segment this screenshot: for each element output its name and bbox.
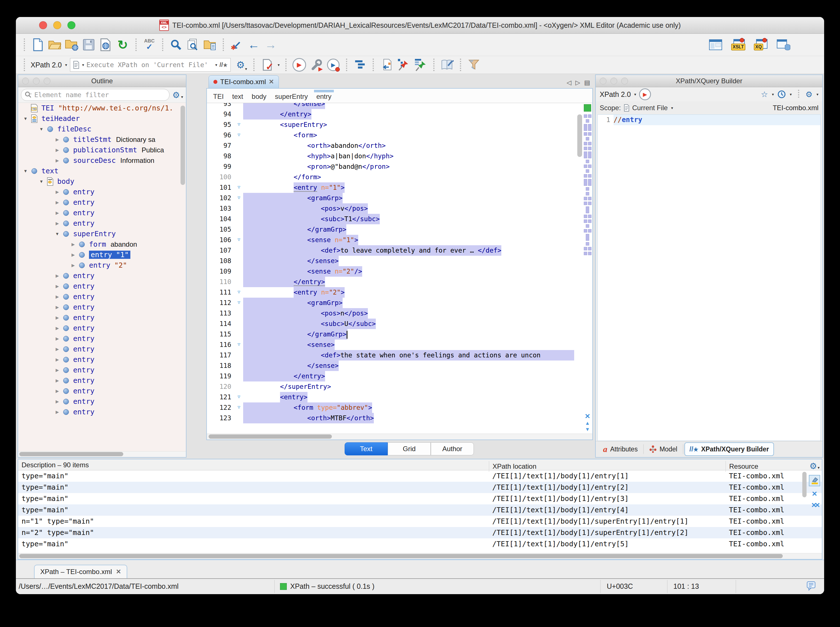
history-clock-icon[interactable] <box>777 90 786 99</box>
results-settings-gear-icon[interactable]: ⚙ <box>809 461 817 471</box>
xpath-version-dropdown[interactable]: XPath 2.0 <box>31 61 62 69</box>
expand-arrow-icon[interactable]: ▶ <box>52 189 62 195</box>
outline-tree-item[interactable]: ▶entry <box>18 218 186 228</box>
scroll-tabs-right-icon[interactable]: ▷ <box>575 79 580 87</box>
result-row[interactable]: type="main"/TEI[1]/text[1]/body[1]/entry… <box>18 538 822 550</box>
close-tab-icon[interactable]: ✕ <box>116 568 121 575</box>
expand-arrow-icon[interactable]: ▶ <box>52 284 62 289</box>
scroll-tabs-left-icon[interactable]: ◁ <box>567 79 572 87</box>
selected-tree-item[interactable]: entry"1" <box>89 250 130 259</box>
toggle-highlight-button[interactable] <box>809 475 820 486</box>
outline-tree-item[interactable]: ▶titleStmtDictionary sa <box>18 134 186 145</box>
outline-tree-item[interactable]: ▶entry <box>18 312 186 323</box>
xpath-settings-button[interactable]: ⚙▾ <box>234 57 248 72</box>
save-button[interactable] <box>82 37 96 52</box>
outline-tree-item[interactable]: ▶entry <box>18 333 186 344</box>
results-vertical-scrollbar[interactable] <box>802 472 807 497</box>
outline-tree-item[interactable]: ▼superEntry <box>18 228 186 239</box>
expand-arrow-icon[interactable]: ▶ <box>52 410 62 414</box>
expand-arrow-icon[interactable]: ▶ <box>52 305 62 310</box>
dropdown-arrow-icon[interactable]: ▾ <box>82 63 84 67</box>
save-to-url-button[interactable] <box>99 37 113 52</box>
outline-vertical-scrollbar[interactable] <box>180 106 185 185</box>
debug-xslt-button[interactable]: XSLT <box>731 37 745 52</box>
close-tab-icon[interactable]: ✕ <box>268 78 274 85</box>
expand-arrow-icon[interactable]: ▶ <box>52 294 62 299</box>
reload-button[interactable]: ↻ <box>115 37 130 52</box>
search-button[interactable] <box>169 37 183 52</box>
code-line[interactable]: 101▽<entry n="1"> <box>207 183 574 193</box>
remove-highlight-icon[interactable]: ✕ <box>812 490 817 498</box>
expand-arrow-icon[interactable]: ▶ <box>52 200 62 205</box>
database-perspective-button[interactable] <box>777 37 791 52</box>
expand-arrow-icon[interactable]: ▶ <box>52 399 62 404</box>
outline-tree-item[interactable]: ▶entry"1" <box>18 249 186 260</box>
breadcrumb-item-text[interactable]: text <box>232 91 243 101</box>
expand-arrow-icon[interactable]: ▶ <box>52 210 62 216</box>
collapse-arrow-icon[interactable]: ▼ <box>36 127 46 131</box>
outline-tree-item[interactable]: ▶entry"2" <box>18 260 186 271</box>
code-line[interactable]: 98<hyph>a|ban|don</hyph> <box>207 151 574 161</box>
open-referenced-document-button[interactable] <box>379 57 394 72</box>
panel-tab-xpath-xquery-builder[interactable]: //★XPath/XQuery Builder <box>684 443 774 456</box>
xpath-expression-combo[interactable]: ▾ Execute XPath on 'Current File' ▾ //★ <box>70 58 231 72</box>
outline-tree-item[interactable]: ▶entry <box>18 208 186 218</box>
code-line[interactable]: 115</gramGrp> <box>207 329 574 340</box>
code-line[interactable]: 112▽<gramGrp> <box>207 298 574 308</box>
builder-settings-gear-icon[interactable]: ⚙ <box>805 90 813 99</box>
outline-tree-item[interactable]: ▼text <box>18 166 186 176</box>
outline-tree-item[interactable]: TEITEI"http://www.tei-c.org/ns/1. <box>18 103 186 113</box>
element-name-filter-input[interactable]: Element name filter <box>21 89 169 101</box>
dropdown-arrow-icon[interactable]: ▾ <box>65 63 67 67</box>
outline-tree-item[interactable]: ▶entry <box>18 197 186 208</box>
back-button[interactable]: ← <box>246 37 261 52</box>
fold-toggle-icon[interactable]: ▽ <box>235 120 243 130</box>
outline-tree-item[interactable]: ▶entry <box>18 323 186 333</box>
code-line[interactable]: 97<orth>abandon</orth> <box>207 140 574 151</box>
panel-tab-model[interactable]: Model <box>645 443 682 455</box>
builder-header[interactable]: XPath/XQuery Builder <box>596 75 823 87</box>
outline-tree-item[interactable]: ▶entry <box>18 396 186 406</box>
expand-arrow-icon[interactable]: ▶ <box>68 242 78 247</box>
breadcrumb-item-TEI[interactable]: TEI <box>213 91 224 101</box>
code-line[interactable]: 117<def>the state when one's feelings an… <box>207 350 574 361</box>
validate-document-button[interactable]: ✓ <box>260 57 274 72</box>
code-line[interactable]: 122▽<form type="abbrev"> <box>207 402 574 413</box>
code-line[interactable]: 110</entry> <box>207 277 574 287</box>
code-line[interactable]: 93</sense> <box>207 103 574 109</box>
expand-arrow-icon[interactable]: ▶ <box>52 221 62 226</box>
open-file-button[interactable] <box>47 37 62 52</box>
code-line[interactable]: 103<pos>v</pos> <box>207 203 574 214</box>
xpath-results-tab[interactable]: XPath – TEI-combo.xml ✕ <box>34 565 127 578</box>
editor-tab[interactable]: TEI-combo.xml ✕ <box>208 75 279 88</box>
code-line[interactable]: 95▽<superEntry> <box>207 120 574 130</box>
configure-transformation-button[interactable]: ▶ <box>309 57 324 72</box>
last-edit-location-button[interactable]: ↙✱ <box>229 37 244 52</box>
fold-toggle-icon[interactable]: ▽ <box>235 340 243 350</box>
code-line[interactable]: 104<subc>T1</subc> <box>207 214 574 224</box>
code-line[interactable]: 120</superEntry> <box>207 381 574 392</box>
outline-tree-item[interactable]: ▶sourceDescInformation <box>18 155 186 166</box>
code-area[interactable]: 93</sense>94</entry>95▽<superEntry>96▽<f… <box>207 103 592 433</box>
outline-settings-gear-icon[interactable]: ⚙ <box>172 90 180 100</box>
collapse-arrow-icon[interactable]: ▼ <box>21 169 31 173</box>
code-line[interactable]: 116▽<sense> <box>207 340 574 350</box>
next-highlight-icon[interactable]: ▼ <box>585 426 590 432</box>
fold-toggle-icon[interactable]: ▽ <box>235 402 243 413</box>
code-line[interactable]: 94</entry> <box>207 109 574 120</box>
xpath-builder-icon[interactable]: //★ <box>219 61 227 69</box>
code-line[interactable]: 109<sense n="2"/> <box>207 266 574 277</box>
expand-arrow-icon[interactable]: ▶ <box>52 368 62 373</box>
editor-vertical-scrollbar[interactable] <box>577 114 582 157</box>
validation-status-icon[interactable] <box>584 104 591 112</box>
breadcrumb-item-entry[interactable]: entry <box>316 91 331 101</box>
code-line[interactable]: 113<pos>n</pos> <box>207 308 574 318</box>
breadcrumb-item-superEntry[interactable]: superEntry <box>275 91 308 101</box>
debug-transformation-button[interactable]: ▶ <box>326 57 340 72</box>
result-row[interactable]: type="main"/TEI[1]/text[1]/body[1]/entry… <box>18 504 822 516</box>
code-line[interactable]: 99<pron>@"band@n</pron> <box>207 161 574 172</box>
dropdown-arrow-icon[interactable]: ▾ <box>278 63 280 67</box>
expand-arrow-icon[interactable]: ▶ <box>52 148 62 153</box>
perspective-layout-button[interactable] <box>709 37 723 52</box>
dropdown-arrow-icon[interactable]: ▾ <box>816 92 818 96</box>
